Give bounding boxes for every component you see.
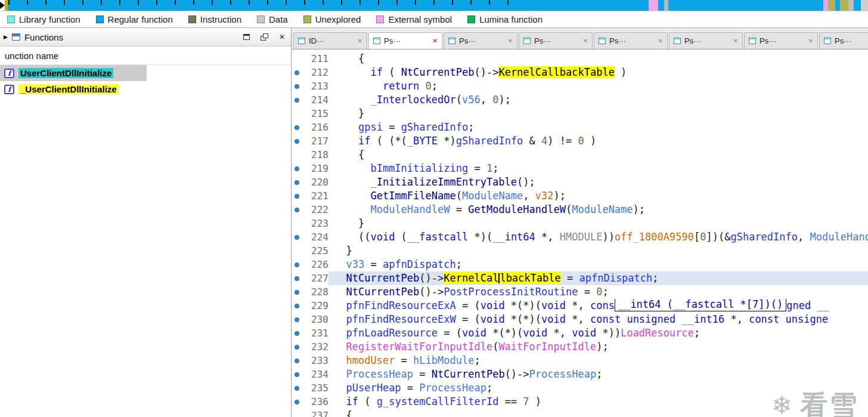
code-line[interactable]: 218 { [292,148,868,162]
code-token: _BYTE [407,135,438,147]
code-token: NtCurrentPeb [432,368,505,380]
functions-titlebar[interactable]: ▶ Functions ✕ [0,28,291,47]
code-line[interactable]: 233 hmodUser = hLibModule; [292,354,868,367]
document-icon [448,38,455,44]
code-token: = [401,382,420,394]
address-dot [292,98,302,103]
code-line[interactable]: 236 if ( g_systemCallFilterId == 7 ) [292,395,868,409]
code-token: *) [438,135,456,147]
code-line[interactable]: 212 if ( NtCurrentPeb()->KernelCallbackT… [292,66,868,79]
code-line[interactable]: 232 RegisterWaitForInputIdle(WaitForInpu… [292,340,868,354]
code-line[interactable]: 235 pUserHeap = ProcessHeap; [292,381,868,395]
code-token: NtCurrentPeb [346,286,419,298]
code-line[interactable]: 220 _InitializeImmEntryTable(); [292,175,868,189]
tab-close-icon[interactable]: ✕ [583,38,588,44]
nav-band-segment[interactable] [668,0,823,11]
code-token: 0 [578,135,584,147]
code-text: hmodUser = hLibModule; [328,354,868,367]
code-line[interactable]: 231 pfnLoadResource = (void *(*)(void *,… [292,326,868,340]
functions-list: fUserClientDllInitializef_UserClientDllI… [0,65,291,417]
code-token: bImmInitializing [370,162,468,174]
tab-label: Ps··· [384,36,401,45]
code-token: ()-> [419,286,444,298]
nav-band-segment[interactable] [848,0,854,11]
legend-item: Lumina function [467,14,542,24]
tab-pseudocode-4[interactable]: Ps···✕ [594,32,668,49]
dock-arrow-icon[interactable]: ▶ [4,35,8,40]
nav-band-segment[interactable] [854,0,861,11]
tab-pseudocode-6[interactable]: Ps···✕ [744,32,818,49]
code-text: { [328,409,868,417]
maximize-button[interactable] [241,32,252,42]
nav-band-segment[interactable] [823,0,828,11]
code-line[interactable]: 221 GetImmFileName(ModuleName, v32); [292,189,868,203]
code-line[interactable]: 227 NtCurrentPeb()->KernelCallbackTable … [292,271,868,285]
code-line[interactable]: 230 pfnFindResourceExW = (void *(*)(void… [292,313,868,326]
tab-pseudocode-2[interactable]: Ps···✕ [444,32,517,49]
code-token [334,327,346,339]
close-button[interactable]: ✕ [277,32,287,42]
code-token: ; [652,272,658,284]
tab-close-icon[interactable]: ✕ [658,38,663,44]
nav-band-segment[interactable] [861,0,868,11]
nav-band-segment[interactable] [835,0,840,11]
code-line[interactable]: 219 bImmInitializing = 1; [292,162,868,175]
code-line[interactable]: 216 gpsi = gSharedInfo; [292,121,868,134]
line-number: 233 [302,354,328,367]
code-token [334,162,370,174]
code-line[interactable]: 213 return 0; [292,79,868,93]
code-line[interactable]: 222 ModuleHandleW = GetModuleHandleW(Mod… [292,203,868,217]
tab-pseudocode-7[interactable]: Ps···✕ [819,32,868,49]
function-row[interactable]: f_UserClientDllInitialize [0,81,291,97]
main-area: ▶ Functions ✕ unction name fUserClientDl… [0,27,868,417]
tab-close-icon[interactable]: ✕ [733,38,738,44]
legend-color-swatch [467,16,475,23]
document-icon [599,38,606,44]
code-token: *(*)( [505,299,541,311]
function-row[interactable]: fUserClientDllInitialize [0,65,291,81]
nav-band[interactable] [0,0,868,11]
code-line[interactable]: 224 ((void (__fastcall *)(__int64 *, HMO… [292,230,868,244]
code-line[interactable]: 237 { [292,409,868,417]
nav-band-segment[interactable] [664,0,668,11]
nav-band-segment[interactable] [658,0,664,11]
tab-ida-view[interactable]: ID···✕ [293,32,367,49]
tab-close-icon[interactable]: ✕ [808,38,813,44]
line-number: 236 [302,395,328,409]
code-token [334,176,370,188]
code-text: return 0; [328,79,868,93]
tab-pseudocode-1[interactable]: Ps···✕ [368,32,442,49]
code-line[interactable]: 226 v33 = apfnDispatch; [292,258,868,271]
code-line[interactable]: 228 NtCurrentPeb()->PostProcessInitRouti… [292,285,868,299]
tab-bar: ID···✕Ps···✕Ps···✕Ps···✕Ps···✕Ps···✕Ps··… [292,28,868,50]
code-line[interactable]: 225 } [292,244,868,258]
nav-band-segment[interactable] [649,0,658,11]
nav-band-segment[interactable] [828,0,835,11]
code-line[interactable]: 234 ProcessHeap = NtCurrentPeb()->Proces… [292,367,868,381]
tab-close-icon[interactable]: ✕ [508,38,513,44]
tab-pseudocode-5[interactable]: Ps···✕ [669,32,743,49]
line-number: 221 [302,189,328,203]
code-token: HMODULE [560,231,603,243]
code-line[interactable]: 215 } [292,107,868,121]
code-line[interactable]: 217 if ( (*(_BYTE *)gSharedInfo & 4) != … [292,134,868,148]
code-token: LoadResource [621,327,694,339]
line-number: 228 [302,285,328,299]
code-line[interactable]: 223 } [292,217,868,230]
code-line[interactable]: 211 { [292,52,868,66]
line-number: 219 [302,162,328,175]
code-text: _InterlockedOr(v56, 0); [328,93,868,107]
line-number: 214 [302,93,328,107]
code-area[interactable]: 211 {212 if ( NtCurrentPeb()->KernelCall… [292,50,868,417]
code-line[interactable]: 214 _InterlockedOr(v56, 0); [292,93,868,107]
functions-column-header[interactable]: unction name [0,47,291,65]
float-button[interactable] [259,32,269,42]
tab-pseudocode-3[interactable]: Ps···✕ [519,32,593,49]
code-token: *, [724,313,749,325]
tab-close-icon[interactable]: ✕ [433,38,438,44]
code-token: v33 [346,258,364,270]
nav-band-segment[interactable] [840,0,848,11]
code-token: ; [602,286,608,298]
code-line[interactable]: 229 pfnFindResourceExA = (void *(*)(void… [292,299,868,313]
tab-close-icon[interactable]: ✕ [358,38,362,44]
